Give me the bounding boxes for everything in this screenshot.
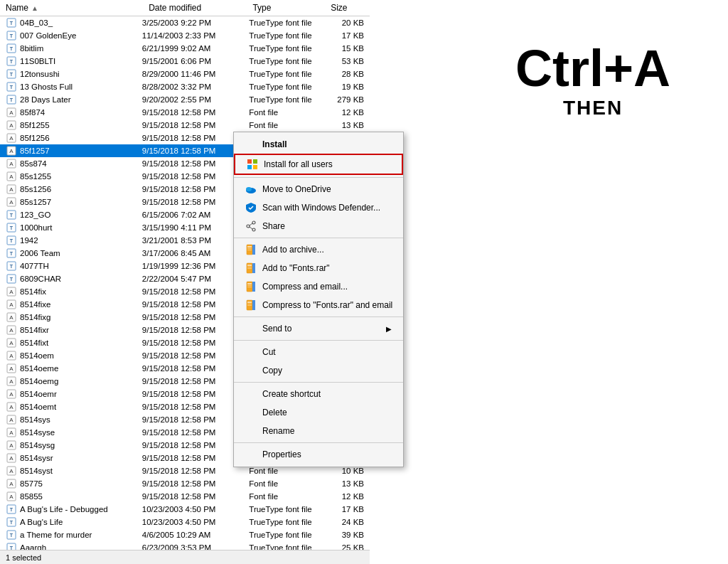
file-date: 11/14/2003 2:33 PM: [142, 31, 249, 40]
file-row[interactable]: T 04B_03_ 3/25/2003 9:22 PM TrueType fon…: [0, 16, 370, 29]
file-name: 1942: [20, 236, 38, 245]
file-name: 13 Ghosts Full: [20, 83, 73, 91]
svg-text:A: A: [9, 391, 14, 398]
file-name: 8514sysr: [20, 454, 53, 462]
file-name: 8514oemr: [20, 390, 57, 398]
svg-text:T: T: [10, 85, 14, 90]
file-type: TrueType font file: [249, 83, 329, 91]
column-name[interactable]: Name ▲: [6, 3, 149, 13]
file-type-icon: T: [6, 260, 17, 272]
file-name-cell: A 8514fixt: [6, 337, 142, 348]
file-name: 007 GoldenEye: [20, 31, 76, 40]
file-type: Font file: [249, 467, 329, 475]
file-row[interactable]: A 85f1255 9/15/2018 12:58 PM Font file 1…: [0, 119, 370, 132]
file-name: 8514oemt: [20, 403, 56, 411]
file-name-cell: T 12tonsushi: [6, 68, 142, 80]
file-row[interactable]: T a Theme for murder 4/6/2005 10:29 AM T…: [0, 528, 370, 541]
svg-text:A: A: [9, 327, 14, 334]
svg-text:T: T: [10, 264, 14, 269]
svg-rect-114: [247, 302, 252, 303]
file-row[interactable]: T 007 GoldenEye 11/14/2003 2:33 PM TrueT…: [0, 29, 370, 42]
file-date: 9/15/2018 12:58 PM: [142, 479, 249, 488]
svg-rect-86: [247, 159, 252, 164]
file-row[interactable]: T 8bitlim 6/21/1999 9:02 AM TrueType fon…: [0, 42, 370, 55]
file-row[interactable]: A 85f874 9/15/2018 12:58 PM Font file 12…: [0, 106, 370, 119]
file-name: 4077TH: [20, 262, 49, 270]
svg-text:A: A: [9, 378, 14, 385]
empty-icon: [245, 365, 257, 376]
svg-text:T: T: [10, 213, 14, 218]
file-type-icon: A: [6, 145, 17, 156]
file-type: TrueType font file: [249, 44, 329, 53]
file-type: TrueType font file: [249, 505, 329, 514]
menu-item-label: Move to OneDrive: [262, 184, 331, 194]
context-menu-item[interactable]: Compress and email...: [234, 277, 403, 296]
file-row[interactable]: A 85855 9/15/2018 12:58 PM Font file 12 …: [0, 490, 370, 503]
file-name-cell: T 123_GO: [6, 209, 142, 220]
file-name: 2006 Team: [20, 249, 60, 257]
column-date[interactable]: Date modified: [149, 3, 252, 13]
file-row[interactable]: T A Bug's Life 10/23/2003 4:50 PM TrueTy…: [0, 516, 370, 528]
svg-rect-113: [252, 300, 255, 310]
context-menu-item[interactable]: Create shortcut: [234, 385, 403, 403]
context-menu-item[interactable]: Rename: [234, 422, 403, 440]
winrar-icon: [245, 281, 257, 292]
file-name-cell: T 007 GoldenEye: [6, 30, 142, 41]
file-type: TrueType font file: [249, 518, 329, 526]
context-menu-item[interactable]: Send to ▶: [234, 319, 403, 338]
file-type-icon: A: [6, 452, 17, 464]
file-type-icon: A: [6, 312, 17, 323]
context-menu-item[interactable]: Properties: [234, 445, 403, 464]
file-name: 85s1257: [20, 198, 51, 206]
file-date: 9/15/2018 12:58 PM: [142, 108, 249, 117]
file-name: 8514fixt: [20, 339, 48, 347]
file-type-icon: A: [6, 376, 17, 387]
menu-item-label: Add to archive...: [262, 245, 324, 255]
file-name: 28 Days Later: [20, 95, 71, 104]
file-size: 28 KB: [329, 70, 370, 78]
file-row[interactable]: T 28 Days Later 9/20/2002 2:55 PM TrueTy…: [0, 93, 370, 106]
context-menu-item[interactable]: Cut: [234, 343, 403, 361]
file-type-icon: A: [6, 171, 17, 182]
svg-rect-111: [247, 287, 252, 287]
svg-rect-104: [247, 265, 252, 266]
file-date: 10/23/2003 4:50 PM: [142, 518, 249, 526]
file-name-cell: A 85775: [6, 478, 142, 489]
file-type-icon: A: [6, 196, 17, 208]
file-name-cell: A 8514oem: [6, 350, 142, 361]
file-row[interactable]: T 13 Ghosts Full 8/28/2002 3:32 PM TrueT…: [0, 80, 370, 93]
file-date: 3/25/2003 9:22 PM: [142, 18, 249, 27]
column-type[interactable]: Type: [252, 3, 331, 13]
file-type-icon: T: [6, 248, 17, 259]
svg-rect-110: [247, 285, 252, 286]
context-menu-item[interactable]: Move to OneDrive: [234, 180, 403, 198]
context-menu-item[interactable]: Copy: [234, 361, 403, 380]
file-row[interactable]: T 12tonsushi 8/29/2000 11:46 PM TrueType…: [0, 68, 370, 80]
file-type: Font file: [249, 492, 329, 501]
file-row[interactable]: T A Bug's Life - Debugged 10/23/2003 4:5…: [0, 503, 370, 516]
file-size: 19 KB: [329, 83, 370, 91]
context-menu-item[interactable]: Add to "Fonts.rar": [234, 259, 403, 277]
file-name: 85s874: [20, 159, 47, 168]
svg-text:T: T: [10, 225, 14, 230]
file-row[interactable]: A 85775 9/15/2018 12:58 PM Font file 13 …: [0, 477, 370, 490]
file-date: 9/20/2002 2:55 PM: [142, 95, 249, 104]
column-size[interactable]: Size: [331, 3, 370, 13]
context-menu-item[interactable]: Scan with Windows Defender...: [234, 198, 403, 217]
file-type: TrueType font file: [249, 70, 329, 78]
context-menu-item[interactable]: Add to archive...: [234, 240, 403, 259]
context-menu-item[interactable]: Install: [234, 135, 403, 154]
context-menu-item[interactable]: Compress to "Fonts.rar" and email: [234, 296, 403, 314]
context-menu-item[interactable]: Install for all users: [234, 154, 403, 175]
file-row[interactable]: T 11S0BLTI 9/15/2001 6:06 PM TrueType fo…: [0, 55, 370, 68]
file-name-cell: A 8514sysr: [6, 452, 142, 464]
file-type: TrueType font file: [249, 531, 329, 539]
menu-item-label: Share: [262, 221, 285, 231]
file-list-header: Name ▲ Date modified Type Size: [0, 0, 370, 16]
context-menu-item[interactable]: Share: [234, 217, 403, 235]
menu-item-label: Rename: [262, 426, 294, 436]
file-type-icon: T: [6, 17, 17, 28]
context-menu-item[interactable]: Delete: [234, 403, 403, 422]
file-size: 279 KB: [329, 95, 370, 104]
menu-separator: [234, 238, 403, 238]
